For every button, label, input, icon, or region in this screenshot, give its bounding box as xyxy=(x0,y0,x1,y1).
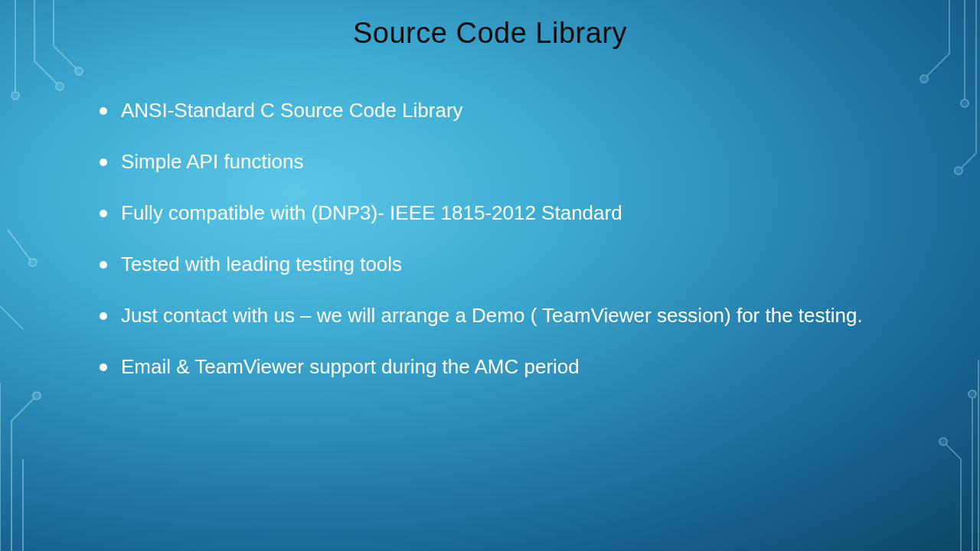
svg-line-14 xyxy=(11,398,34,421)
slide-title: Source Code Library xyxy=(0,0,980,50)
bullet-item: Simple API functions xyxy=(100,147,888,177)
svg-point-15 xyxy=(33,392,41,399)
bullet-item: ANSI-Standard C Source Code Library xyxy=(100,96,888,126)
svg-point-28 xyxy=(939,438,947,445)
slide-content: ANSI-Standard C Source Code Library Simp… xyxy=(0,50,980,382)
bullet-item: Just contact with us – we will arrange a… xyxy=(100,301,888,331)
svg-line-27 xyxy=(946,444,961,459)
bullet-item: Email & TeamViewer support during the AM… xyxy=(100,352,888,382)
svg-point-25 xyxy=(969,390,976,398)
bullet-list: ANSI-Standard C Source Code Library Simp… xyxy=(100,96,888,382)
bullet-item: Fully compatible with (DNP3)- IEEE 1815-… xyxy=(100,198,888,228)
bullet-item: Tested with leading testing tools xyxy=(100,249,888,279)
